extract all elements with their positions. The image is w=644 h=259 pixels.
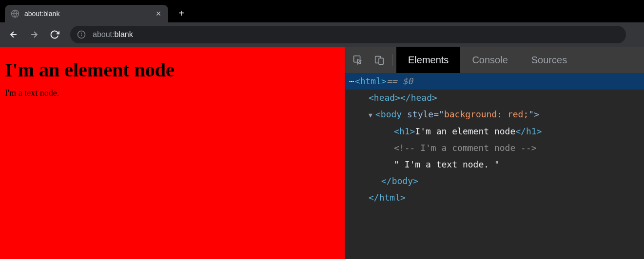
tab-console[interactable]: Console [460, 47, 519, 73]
html-tag: <html> [355, 73, 387, 90]
back-button[interactable] [5, 26, 22, 43]
arrow-left-icon [9, 30, 19, 39]
dom-node-body-close[interactable]: </body> [345, 173, 644, 189]
dom-node-html-close[interactable]: </html> [345, 189, 644, 206]
dom-node-body-open[interactable]: ▼<body style="background: red;"> [345, 106, 644, 123]
chevron-down-icon[interactable]: ▼ [369, 110, 375, 122]
ellipsis-icon: ⋯ [349, 73, 355, 90]
info-icon [77, 30, 86, 39]
page-text: I'm a text node. [5, 88, 340, 98]
selected-marker: == $0 [387, 73, 413, 90]
devtools-panel: Elements Console Sources ⋯<html> == $0 <… [345, 47, 644, 259]
arrow-right-icon [29, 30, 39, 39]
tab-elements[interactable]: Elements [396, 47, 460, 73]
dom-node-head[interactable]: <head></head> [345, 90, 644, 106]
svg-point-3 [81, 33, 82, 34]
reload-icon [50, 30, 59, 39]
dom-tree[interactable]: ⋯<html> == $0 <head></head> ▼<body style… [345, 73, 644, 259]
close-tab-icon[interactable]: × [155, 10, 162, 18]
dom-node-comment[interactable]: <!-- I'm a comment node --> [345, 140, 644, 156]
browser-tab[interactable]: about:blank × [5, 5, 168, 22]
inspect-icon [352, 55, 363, 65]
forward-button[interactable] [25, 26, 43, 43]
dom-node-text[interactable]: " I'm a text node. " [345, 156, 644, 173]
devtools-header: Elements Console Sources [345, 47, 644, 73]
svg-rect-6 [379, 58, 383, 64]
url-host: blank [114, 30, 133, 39]
inspect-button[interactable] [349, 51, 367, 69]
content-area: I'm an element node I'm a text node. Ele… [0, 47, 644, 259]
divider [392, 54, 392, 66]
page-viewport: I'm an element node I'm a text node. [0, 47, 345, 259]
tab-sources[interactable]: Sources [520, 47, 579, 73]
globe-icon [11, 9, 20, 18]
dom-node-html[interactable]: ⋯<html> == $0 [345, 73, 644, 90]
tab-bar: about:blank × + [0, 0, 644, 22]
new-tab-button[interactable]: + [174, 6, 189, 20]
reload-button[interactable] [46, 26, 63, 43]
dom-node-h1[interactable]: <h1>I'm an element node</h1> [345, 123, 644, 140]
toolbar: about:blank [0, 22, 644, 47]
page-heading: I'm an element node [5, 58, 340, 81]
device-toggle-button[interactable] [371, 51, 388, 69]
url-scheme: about: [93, 30, 114, 39]
tab-title: about:blank [24, 10, 155, 18]
address-bar[interactable]: about:blank [70, 26, 626, 43]
device-icon [374, 55, 385, 65]
